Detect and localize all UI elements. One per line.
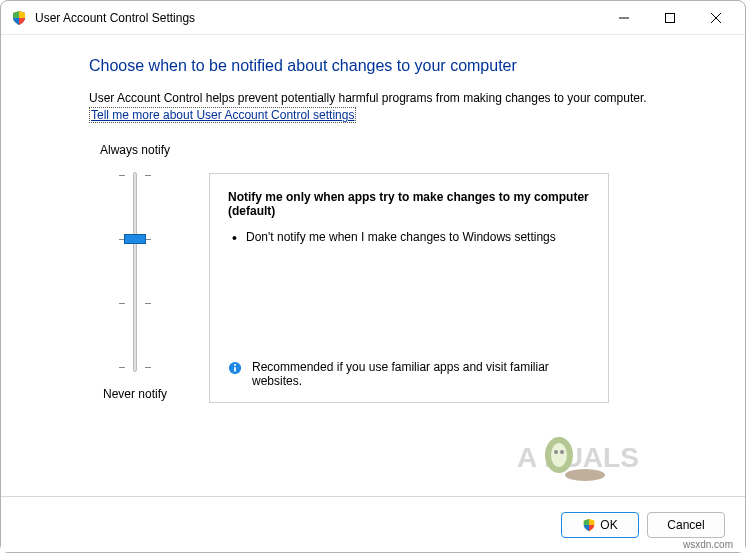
page-description: User Account Control helps prevent poten… xyxy=(89,91,705,105)
dialog-footer: OK Cancel wsxdn.com xyxy=(1,496,745,552)
slider-track xyxy=(133,172,137,372)
slider-bottom-label: Never notify xyxy=(103,387,167,401)
cancel-label: Cancel xyxy=(667,518,704,532)
notify-slider-column: Always notify Never notify xyxy=(89,143,181,401)
learn-more-link[interactable]: Tell me more about User Account Control … xyxy=(89,107,356,123)
info-title: Notify me only when apps try to make cha… xyxy=(228,190,590,218)
titlebar: User Account Control Settings xyxy=(1,1,745,35)
uac-shield-icon xyxy=(11,10,27,26)
content-area: Choose when to be notified about changes… xyxy=(1,35,745,496)
cancel-button[interactable]: Cancel xyxy=(647,512,725,538)
svg-point-6 xyxy=(234,364,236,366)
uac-settings-window: User Account Control Settings Choose whe… xyxy=(0,0,746,553)
maximize-button[interactable] xyxy=(647,2,693,34)
notification-info-panel: Notify me only when apps try to make cha… xyxy=(209,173,609,403)
close-button[interactable] xyxy=(693,2,739,34)
window-title: User Account Control Settings xyxy=(35,11,601,25)
slider-area: Always notify Never notify Notify me onl… xyxy=(89,143,705,403)
info-icon xyxy=(228,361,242,375)
ok-label: OK xyxy=(600,518,617,532)
page-heading: Choose when to be notified about changes… xyxy=(89,57,705,75)
notify-slider[interactable] xyxy=(105,167,165,377)
minimize-button[interactable] xyxy=(601,2,647,34)
info-recommendation: Recommended if you use familiar apps and… xyxy=(228,348,590,388)
slider-thumb[interactable] xyxy=(124,234,146,244)
info-bullet: Don't notify me when I make changes to W… xyxy=(246,228,590,246)
info-bullets: Don't notify me when I make changes to W… xyxy=(228,228,590,246)
svg-rect-1 xyxy=(666,13,675,22)
ok-button[interactable]: OK xyxy=(561,512,639,538)
slider-top-label: Always notify xyxy=(100,143,170,157)
recommendation-text: Recommended if you use familiar apps and… xyxy=(252,360,590,388)
svg-rect-5 xyxy=(234,367,236,371)
uac-shield-icon xyxy=(582,518,596,532)
attribution-text: wsxdn.com xyxy=(683,539,733,550)
